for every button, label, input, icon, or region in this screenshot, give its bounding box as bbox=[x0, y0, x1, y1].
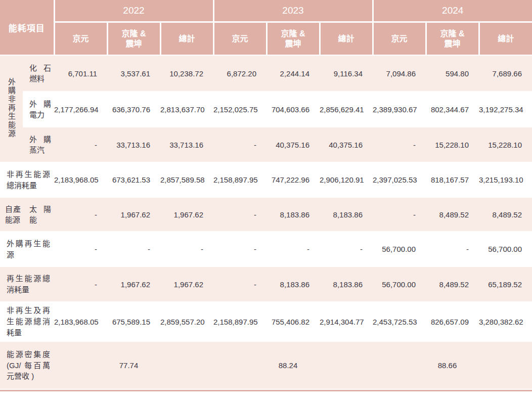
table-row: 非再生能源總消耗量2,183,968.05673,621.532,857,589… bbox=[0, 162, 532, 197]
value-cell: 1,967.62 bbox=[160, 266, 213, 302]
row-label: 化石燃料 bbox=[23, 55, 54, 92]
value-cell: 2,859,557.20 bbox=[160, 302, 213, 341]
value-cell: 8,489.52 bbox=[479, 197, 532, 232]
value-cell: 2,177,266.94 bbox=[54, 92, 107, 127]
value-cell: 56,700.00 bbox=[479, 232, 532, 266]
value-cell: 2,453,725.53 bbox=[373, 302, 426, 341]
value-cell: - bbox=[320, 232, 373, 266]
subcolumn-header-2022-1: 京隆 & 震坤 bbox=[107, 22, 160, 56]
subcolumn-header-2022-0: 京元 bbox=[54, 22, 107, 56]
subcolumn-header-2023-2: 總計 bbox=[320, 22, 373, 56]
value-cell: 3,537.61 bbox=[107, 55, 160, 92]
value-cell: 636,370.76 bbox=[107, 92, 160, 127]
table-row: 非再生及再生能源總消耗量2,183,968.05675,589.152,859,… bbox=[0, 302, 532, 341]
value-cell: 56,700.00 bbox=[373, 232, 426, 266]
value-cell: 8,489.52 bbox=[426, 197, 479, 232]
value-cell: 3,192,275.34 bbox=[479, 92, 532, 127]
value-cell: 594.80 bbox=[426, 55, 479, 92]
value-cell: 2,914,304.77 bbox=[320, 302, 373, 341]
value-cell: - bbox=[54, 127, 107, 162]
value-cell: 826,657.09 bbox=[426, 302, 479, 341]
value-cell: 7,689.66 bbox=[479, 55, 532, 92]
table-row: 外購電力2,177,266.94636,370.762,813,637.702,… bbox=[0, 92, 532, 127]
value-cell: 9,116.34 bbox=[320, 55, 373, 92]
value-cell: - bbox=[160, 232, 213, 266]
value-cell: 65,189.52 bbox=[479, 266, 532, 302]
table-row: 外購非再生能源化石燃料6,701.113,537.6110,238.726,87… bbox=[0, 55, 532, 92]
value-cell: - bbox=[267, 232, 320, 266]
value-cell: 2,397,025.53 bbox=[373, 162, 426, 197]
value-cell: 88.24 bbox=[213, 341, 373, 389]
year-header-2022: 2022 bbox=[54, 0, 213, 22]
table-row: 能源密集度 (GJ/ 每百萬元營收 )77.7488.2488.66 bbox=[0, 341, 532, 389]
value-cell: 8,183.86 bbox=[320, 197, 373, 232]
table-row: 自產能源太陽能-1,967.621,967.62-8,183.868,183.8… bbox=[0, 197, 532, 232]
energy-consumption-report-table: 能耗項目202220232024京元京隆 & 震坤總計京元京隆 & 震坤總計京元… bbox=[0, 0, 532, 402]
bottom-divider bbox=[0, 390, 532, 391]
value-cell: 2,244.14 bbox=[267, 55, 320, 92]
value-cell: 1,967.62 bbox=[107, 266, 160, 302]
value-cell: 8,183.86 bbox=[320, 266, 373, 302]
value-cell: 77.74 bbox=[54, 341, 213, 389]
group-label: 自產能源 bbox=[0, 197, 23, 232]
value-cell: 40,375.16 bbox=[320, 127, 373, 162]
year-header-2023: 2023 bbox=[213, 0, 373, 22]
value-cell: - bbox=[373, 127, 426, 162]
row-label: 能源密集度 (GJ/ 每百萬元營收 ) bbox=[0, 341, 54, 389]
group-label-vertical: 外購非再生能源 bbox=[0, 55, 23, 162]
row-label: 外購再生能源 bbox=[0, 232, 54, 266]
value-cell: - bbox=[213, 127, 267, 162]
value-cell: 2,856,629.41 bbox=[320, 92, 373, 127]
value-cell: - bbox=[54, 266, 107, 302]
value-cell: 88.66 bbox=[373, 341, 532, 389]
table-row: 再生能源總消耗量-1,967.621,967.62-8,183.868,183.… bbox=[0, 266, 532, 302]
value-cell: 747,222.96 bbox=[267, 162, 320, 197]
value-cell: 755,406.82 bbox=[267, 302, 320, 341]
subcolumn-header-2024-0: 京元 bbox=[373, 22, 426, 56]
value-cell: 3,215,193.10 bbox=[479, 162, 532, 197]
row-label: 再生能源總消耗量 bbox=[0, 266, 54, 302]
value-cell: 15,228.10 bbox=[426, 127, 479, 162]
row-label: 非再生能源總消耗量 bbox=[0, 162, 54, 197]
table-row: 外購蒸汽-33,713.1633,713.16-40,375.1640,375.… bbox=[0, 127, 532, 162]
value-cell: 8,183.86 bbox=[267, 197, 320, 232]
group-label-text: 外購非再生能源 bbox=[8, 78, 15, 138]
value-cell: 56,700.00 bbox=[373, 266, 426, 302]
value-cell: - bbox=[54, 197, 107, 232]
value-cell: 2,389,930.67 bbox=[373, 92, 426, 127]
value-cell: 2,158,897.95 bbox=[213, 162, 267, 197]
subcolumn-header-2022-2: 總計 bbox=[160, 22, 213, 56]
value-cell: 6,872.20 bbox=[213, 55, 267, 92]
subcolumn-header-2024-1: 京隆 & 震坤 bbox=[426, 22, 479, 56]
value-cell: 15,228.10 bbox=[479, 127, 532, 162]
value-cell: 2,813,637.70 bbox=[160, 92, 213, 127]
value-cell: 818,167.57 bbox=[426, 162, 479, 197]
value-cell: 40,375.16 bbox=[267, 127, 320, 162]
value-cell: 673,621.53 bbox=[107, 162, 160, 197]
value-cell: 10,238.72 bbox=[160, 55, 213, 92]
value-cell: 33,713.16 bbox=[107, 127, 160, 162]
value-cell: 2,857,589.58 bbox=[160, 162, 213, 197]
value-cell: 8,489.52 bbox=[426, 266, 479, 302]
value-cell: - bbox=[373, 197, 426, 232]
value-cell: - bbox=[426, 232, 479, 266]
row-label: 非再生及再生能源總消耗量 bbox=[0, 302, 54, 341]
value-cell: 802,344.67 bbox=[426, 92, 479, 127]
row-label: 太陽能 bbox=[23, 197, 54, 232]
value-cell: 2,152,025.75 bbox=[213, 92, 267, 127]
value-cell: 33,713.16 bbox=[160, 127, 213, 162]
value-cell: 2,906,120.91 bbox=[320, 162, 373, 197]
value-cell: 3,280,382.62 bbox=[479, 302, 532, 341]
value-cell: 1,967.62 bbox=[107, 197, 160, 232]
table-row: 外購再生能源------56,700.00-56,700.00 bbox=[0, 232, 532, 266]
value-cell: - bbox=[213, 197, 267, 232]
value-cell: 7,094.86 bbox=[373, 55, 426, 92]
year-header-2024: 2024 bbox=[373, 0, 532, 22]
value-cell: - bbox=[213, 232, 267, 266]
row-label: 外購電力 bbox=[23, 92, 54, 127]
value-cell: 2,158,897.95 bbox=[213, 302, 267, 341]
value-cell: - bbox=[213, 266, 267, 302]
value-cell: 675,589.15 bbox=[107, 302, 160, 341]
energy-table: 能耗項目202220232024京元京隆 & 震坤總計京元京隆 & 震坤總計京元… bbox=[0, 0, 532, 390]
corner-header-energy-item: 能耗項目 bbox=[0, 0, 54, 55]
